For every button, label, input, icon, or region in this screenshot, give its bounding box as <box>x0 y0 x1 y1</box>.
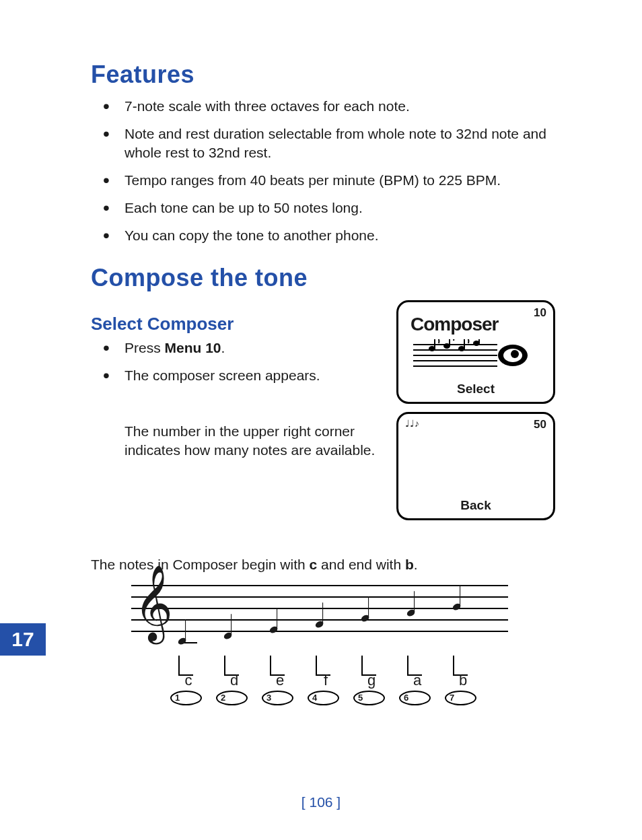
feature-item: Each tone can be up to 50 notes long. <box>91 199 565 217</box>
feature-item: 7-note scale with three octaves for each… <box>91 97 565 115</box>
scale-label-g: g5 <box>360 656 385 705</box>
intro-prefix: The notes in Composer begin with <box>91 557 310 572</box>
lcd2-tiny-notes: ♩♩♪ <box>405 418 419 429</box>
lcd-editor-screen: ♩♩♪ 50 Back <box>396 412 555 520</box>
svg-point-15 <box>511 350 519 358</box>
scale-label-a: a6 <box>406 656 431 705</box>
select-steps: Press Menu 10. The composer screen appea… <box>91 339 383 385</box>
scale-label-f: f4 <box>314 656 339 705</box>
lcd1-softkey: Select <box>398 382 553 396</box>
feature-item: Tempo ranges from 40 beats per minute (B… <box>91 171 565 189</box>
intro-suffix: . <box>414 557 418 572</box>
keypad-key: 6 <box>399 691 431 705</box>
lcd2-corner-number: 50 <box>534 418 546 431</box>
keypad-key: 7 <box>445 691 476 705</box>
note-letter: f <box>312 672 339 689</box>
scale-label-b: b7 <box>452 656 476 705</box>
lcd1-corner-number: 10 <box>534 306 546 320</box>
heading-features: Features <box>91 61 565 89</box>
note-letter: a <box>404 672 431 689</box>
keypad-key: 3 <box>262 691 293 705</box>
note-count-desc: The number in the upper right corner ind… <box>91 422 383 459</box>
feature-item: Note and rest duration selectable from w… <box>91 125 565 162</box>
keypad-key: 2 <box>216 691 248 705</box>
press-bold: Menu 10 <box>165 340 221 355</box>
staff-diagram: 𝄞 𝅘𝅥 𝅘𝅥 𝅘𝅥 𝅘𝅥 𝅘𝅥 𝅘𝅥 𝅘𝅥 c1d2e3f4g5a6b7 <box>131 585 508 709</box>
press-prefix: Press <box>124 340 165 355</box>
heading-compose: Compose the tone <box>91 264 565 292</box>
keypad-key: 4 <box>308 691 339 705</box>
intro-c: c <box>310 557 318 572</box>
scale-label-c: c1 <box>177 656 202 705</box>
keypad-key: 5 <box>353 691 385 705</box>
lcd1-staff-icon <box>413 339 531 370</box>
note-letter: c <box>175 672 202 689</box>
scale-label-d: d2 <box>223 656 248 705</box>
note-letter: d <box>221 672 248 689</box>
treble-clef-icon: 𝄞 <box>134 570 173 636</box>
scale-label-e: e3 <box>269 656 293 705</box>
keypad-key: 1 <box>170 691 202 705</box>
heading-select: Select Composer <box>91 314 383 335</box>
intro-mid: and end with <box>317 557 405 572</box>
eye-icon <box>498 345 528 366</box>
step-appears: The composer screen appears. <box>91 366 383 384</box>
step-press: Press Menu 10. <box>91 339 383 357</box>
note-letter: e <box>266 672 293 689</box>
page-number: [ 106 ] <box>0 794 642 810</box>
lcd2-softkey: Back <box>398 498 553 513</box>
press-suffix: . <box>221 340 225 355</box>
note-letter: g <box>358 672 385 689</box>
note-letter: b <box>450 672 476 689</box>
lcd-composer-screen: 10 Composer <box>396 300 555 404</box>
features-list: 7-note scale with three octaves for each… <box>91 97 565 245</box>
intro-b: b <box>405 557 414 572</box>
feature-item: You can copy the tone to another phone. <box>91 226 565 244</box>
lcd1-title: Composer <box>411 314 498 335</box>
